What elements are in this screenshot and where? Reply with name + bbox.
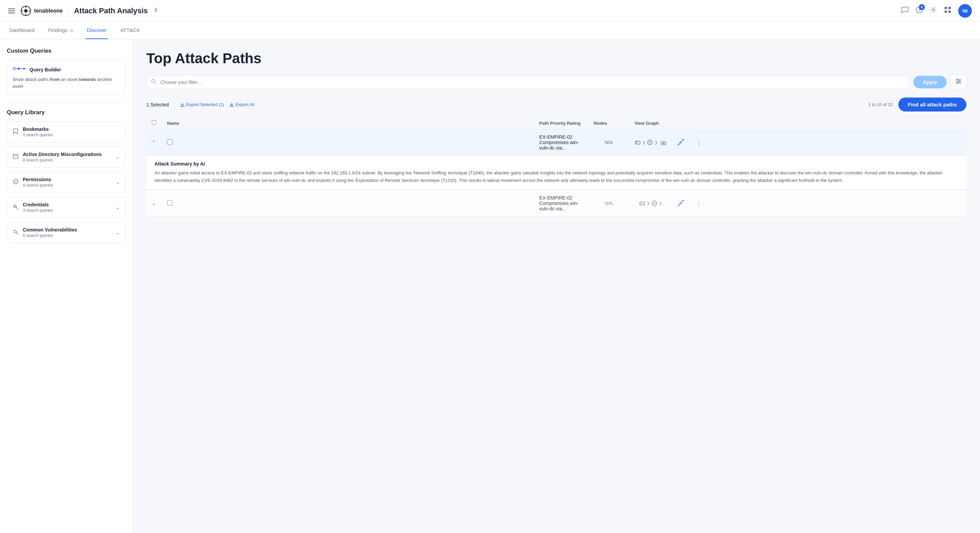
settings-icon[interactable] (930, 6, 937, 15)
export-all-button[interactable]: Export All (229, 102, 254, 107)
grid-icon[interactable] (944, 6, 951, 15)
export-selected-button[interactable]: Export Selected (1) (180, 102, 224, 107)
th-checkbox (146, 117, 162, 130)
svg-rect-32 (635, 141, 640, 144)
filter-input[interactable] (146, 76, 909, 89)
search-icon (151, 79, 156, 86)
library-item-common-vulns[interactable]: Common Vulnerabilities 6 search queries … (7, 222, 126, 243)
library-item-bookmarks[interactable]: Bookmarks 0 search queries (7, 121, 126, 143)
node-icon-2 (647, 140, 653, 146)
svg-point-25 (152, 79, 155, 82)
controls-divider (174, 101, 175, 108)
row-name: EX-EMPIRE-02 Compromises win-vuln-dc via… (534, 130, 588, 156)
nodes-cell-2: ❯ ❯ (629, 190, 672, 217)
bookmarks-count: 0 search queries (23, 133, 53, 137)
svg-point-41 (678, 144, 679, 145)
row2-name: EX-EMPIRE-02 Compromises win-vuln-dc via… (534, 190, 588, 217)
row-checkbox[interactable] (167, 140, 172, 145)
permissions-count: 4 search queries (23, 183, 53, 188)
th-viewgraph: View Graph (629, 117, 672, 130)
page-heading: Top Attack Paths (146, 50, 966, 67)
arrow-right-4: ❯ (659, 201, 662, 206)
row2-checkbox-cell (162, 190, 534, 217)
more-cell: ⋮ (690, 130, 966, 156)
top-navigation: tenableone Attack Path Analysis i 4 (0, 0, 980, 22)
more-options-button-2[interactable]: ⋮ (696, 200, 702, 207)
main-layout: Custom Queries Query Builder Show attack… (0, 40, 980, 533)
expand-cell-2: ⌃ (146, 190, 162, 217)
query-builder-card[interactable]: Query Builder Show attack paths from an … (7, 60, 126, 95)
svg-rect-11 (945, 7, 947, 9)
nodes-cell: ❯ ❯ (629, 130, 672, 156)
common-vulns-icon (13, 229, 19, 236)
row-checkbox-cell (162, 130, 534, 156)
view-graph-button[interactable] (678, 138, 685, 147)
bookmarks-name: Bookmarks (23, 127, 53, 132)
expand-button[interactable]: ⌃ (152, 140, 156, 145)
tab-findings[interactable]: Findings ⊞ (47, 22, 75, 39)
pin-icon[interactable] (153, 8, 159, 14)
query-builder-desc: Show attack paths from an asset towards … (13, 76, 120, 89)
view-graph-button-2[interactable] (678, 199, 685, 208)
more-options-button[interactable]: ⋮ (696, 139, 702, 146)
table-row: ⌃ EX-EMPIRE-02 Compromises win-vuln-dc v… (146, 130, 966, 156)
library-item-credentials[interactable]: Credentials 3 search queries ⌄ (7, 197, 126, 218)
message-icon[interactable] (901, 6, 908, 15)
query-library-title: Query Library (7, 109, 126, 116)
arrow-right-1: ❯ (642, 140, 646, 145)
sidebar: Custom Queries Query Builder Show attack… (0, 40, 133, 533)
th-nodes: Nodes (588, 117, 629, 130)
avatar[interactable]: NI (958, 4, 972, 17)
row2-checkbox[interactable] (167, 200, 172, 206)
find-all-button[interactable]: Find all attack paths (898, 98, 966, 111)
expand-cell: ⌃ (146, 130, 162, 156)
query-builder-icon (13, 66, 26, 73)
filter-settings-button[interactable] (951, 75, 966, 89)
th-priority: Path Priority Rating (534, 117, 588, 130)
svg-rect-43 (641, 203, 642, 204)
pagination-text: 1 to 10 of 10 (869, 102, 893, 107)
library-item-permissions[interactable]: Permissions 4 search queries ⌄ (7, 172, 126, 193)
credentials-name: Credentials (23, 202, 53, 207)
findings-badge-icon: ⊞ (70, 29, 73, 33)
apply-button[interactable]: Apply (913, 76, 947, 88)
common-vulns-name: Common Vulnerabilities (23, 227, 77, 233)
logo-icon (21, 5, 31, 16)
permissions-chevron-icon: ⌄ (116, 179, 120, 185)
common-vulns-chevron-icon: ⌄ (116, 230, 120, 235)
library-item-active-directory[interactable]: Active Directory Misconfigurations 8 sea… (7, 146, 126, 168)
hamburger-menu[interactable] (8, 8, 15, 13)
svg-point-10 (932, 9, 934, 11)
bookmark-icon (13, 128, 19, 136)
svg-point-1 (24, 9, 27, 13)
svg-rect-6 (155, 8, 156, 11)
info-icon[interactable]: i 4 (915, 6, 923, 15)
common-vulns-count: 6 search queries (23, 233, 77, 238)
th-actions (672, 117, 690, 130)
query-builder-title: Query Builder (30, 67, 61, 72)
svg-point-40 (682, 139, 684, 140)
tab-bar: Dashboard Findings ⊞ Discover ATT&CK (0, 22, 980, 40)
attack-table: Name Path Priority Rating Nodes View Gra… (146, 117, 966, 217)
select-all-checkbox[interactable] (152, 121, 156, 125)
content-area: Top Attack Paths Apply (133, 40, 980, 533)
filter-input-wrap (146, 76, 909, 89)
custom-queries-title: Custom Queries (7, 48, 126, 54)
tab-discover[interactable]: Discover (86, 22, 108, 39)
summary-row: Attack Summary by AI An attacker gains i… (146, 156, 966, 190)
nav-divider (68, 6, 68, 16)
summary-title: Attack Summary by AI (154, 161, 958, 167)
svg-point-24 (14, 230, 16, 233)
expand-button-2[interactable]: ⌃ (152, 201, 156, 206)
filter-bar: Apply (146, 75, 966, 89)
node-icon-3 (660, 140, 667, 146)
tab-attck[interactable]: ATT&CK (119, 22, 142, 39)
summary-panel: Attack Summary by AI An attacker gains i… (146, 156, 966, 190)
svg-point-48 (678, 205, 679, 206)
tab-dashboard[interactable]: Dashboard (8, 22, 36, 39)
notification-badge: 4 (919, 4, 925, 10)
logo-text: tenableone (34, 8, 63, 14)
summary-text: An attacker gains initial access to EX-E… (154, 169, 958, 184)
ad-count: 8 search queries (23, 158, 102, 162)
selected-count: 1 Selected (146, 102, 169, 108)
